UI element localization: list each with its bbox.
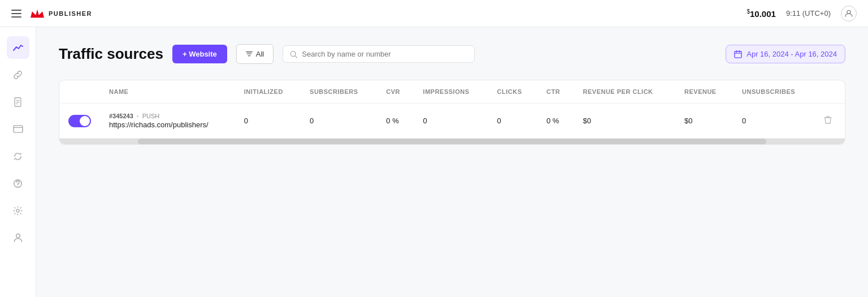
svg-point-9 <box>16 209 19 212</box>
sidebar-item-support[interactable] <box>7 172 29 195</box>
row-unsubscribes: 0 <box>733 104 815 139</box>
row-name-cell: #345243 • PUSH https://richads.com/publi… <box>100 104 235 139</box>
search-input[interactable] <box>302 50 467 58</box>
svg-point-8 <box>18 186 18 186</box>
col-revenue: REVENUE <box>675 80 733 104</box>
col-unsubscribes: UNSUBSCRIBES <box>733 80 815 104</box>
search-box <box>283 45 475 63</box>
sidebar-item-settings[interactable] <box>7 199 29 222</box>
horizontal-scrollbar[interactable] <box>59 139 845 144</box>
table-row: #345243 • PUSH https://richads.com/publi… <box>59 104 845 139</box>
row-type: PUSH <box>142 113 160 119</box>
svg-line-12 <box>295 55 297 57</box>
main-content: Traffic sources + Website All Apr 16, 20… <box>36 27 868 297</box>
col-initialized: INITIALIZED <box>235 80 301 104</box>
row-subscribers: 0 <box>301 104 377 139</box>
user-account-icon[interactable] <box>841 6 857 21</box>
table-body: #345243 • PUSH https://richads.com/publi… <box>59 104 845 139</box>
add-website-button[interactable]: + Website <box>172 45 227 63</box>
traffic-sources-table: NAME INITIALIZED SUBSCRIBERS CVR IMPRESS… <box>59 80 845 139</box>
row-toggle[interactable] <box>68 115 91 127</box>
table-header: NAME INITIALIZED SUBSCRIBERS CVR IMPRESS… <box>59 80 845 104</box>
row-revenue: $0 <box>675 104 733 139</box>
calendar-icon <box>734 50 742 58</box>
row-clicks: 0 <box>488 104 537 139</box>
col-toggle <box>59 80 100 104</box>
col-subscribers: SUBSCRIBERS <box>301 80 377 104</box>
col-actions <box>815 80 845 104</box>
topbar-left: PUBLISHER <box>11 7 92 20</box>
app-name: PUBLISHER <box>49 10 92 17</box>
sidebar-item-document[interactable] <box>7 91 29 113</box>
row-ctr: 0 % <box>537 104 574 139</box>
row-url: https://richads.com/publishers/ <box>109 120 226 129</box>
col-impressions: IMPRESSIONS <box>414 80 488 104</box>
page-title: Traffic sources <box>59 45 163 63</box>
row-impressions: 0 <box>414 104 488 139</box>
col-revenue-per-click: REVENUE PER CLICK <box>574 80 676 104</box>
page-header: Traffic sources + Website All Apr 16, 20… <box>59 44 845 64</box>
row-delete-cell <box>815 104 845 139</box>
filter-all-button[interactable]: All <box>236 44 274 64</box>
sidebar-item-refresh[interactable] <box>7 145 29 167</box>
row-toggle-cell <box>59 104 100 139</box>
topbar: PUBLISHER $10.001 9:11 (UTC+0) <box>0 0 868 27</box>
sidebar-item-user[interactable] <box>7 226 29 249</box>
sidebar-item-chart[interactable] <box>7 36 29 59</box>
sidebar-item-link[interactable] <box>7 63 29 86</box>
row-initialized: 0 <box>235 104 301 139</box>
topbar-right: $10.001 9:11 (UTC+0) <box>747 6 857 21</box>
trash-icon <box>824 115 832 124</box>
scrollbar-thumb <box>138 139 766 144</box>
date-range-picker[interactable]: Apr 16, 2024 - Apr 16, 2024 <box>726 45 845 63</box>
svg-rect-13 <box>735 51 741 57</box>
time-display: 9:11 (UTC+0) <box>786 9 831 18</box>
balance-display: $10.001 <box>747 8 775 19</box>
filter-icon <box>246 51 253 58</box>
row-id: #345243 <box>109 113 133 119</box>
delete-row-button[interactable] <box>824 115 832 126</box>
logo-crown-icon <box>29 7 45 20</box>
toggle-knob <box>80 116 90 126</box>
row-cvr: 0 % <box>377 104 414 139</box>
sidebar <box>0 27 36 297</box>
svg-rect-5 <box>14 126 23 132</box>
app-layout: Traffic sources + Website All Apr 16, 20… <box>0 27 868 297</box>
col-cvr: CVR <box>377 80 414 104</box>
hamburger-menu-icon[interactable] <box>11 10 21 18</box>
svg-point-10 <box>16 234 20 238</box>
row-revenue-per-click: $0 <box>574 104 676 139</box>
traffic-sources-table-container: NAME INITIALIZED SUBSCRIBERS CVR IMPRESS… <box>59 80 845 145</box>
col-clicks: CLICKS <box>488 80 537 104</box>
logo: PUBLISHER <box>29 7 92 20</box>
search-icon <box>290 50 297 58</box>
col-name: NAME <box>100 80 235 104</box>
date-range-label: Apr 16, 2024 - Apr 16, 2024 <box>747 50 837 58</box>
sidebar-item-card[interactable] <box>7 118 29 140</box>
col-ctr: CTR <box>537 80 574 104</box>
